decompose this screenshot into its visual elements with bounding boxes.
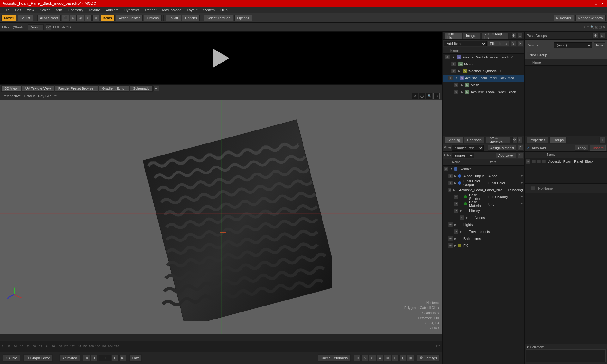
transport-icon-4[interactable]: ◉	[377, 355, 383, 361]
options2-button[interactable]: Options	[182, 15, 200, 21]
vis-icon-eye-3[interactable]: 👁	[451, 69, 456, 73]
shading-f-icon[interactable]: F	[518, 145, 523, 151]
shading-item-bake-items[interactable]: 👁 ▶ Bake Items	[443, 235, 524, 242]
vp-icon-3[interactable]: 🔍	[426, 93, 432, 99]
step-forward-button[interactable]: ⏵	[112, 355, 119, 361]
shading-item-fx[interactable]: 👁 ▶ FX	[443, 242, 524, 249]
transport-icon-1[interactable]: ◁	[354, 355, 361, 361]
minimize-button[interactable]: —	[587, 1, 592, 6]
paused-button[interactable]: Paused	[28, 24, 44, 30]
transport-icon-2[interactable]: ▷	[361, 355, 368, 361]
shading-item-alpha[interactable]: 👁 ▶ Alpha Output Alpha ▼	[443, 173, 524, 179]
item-list-f-icon[interactable]: F	[518, 41, 523, 46]
tree-item-mesh1[interactable]: 👁 M Mesh	[443, 61, 524, 68]
toolbar-icon-5[interactable]: ⊞	[92, 15, 99, 21]
pass-groups-tree[interactable]	[525, 66, 607, 136]
rewind-button[interactable]: ⏮	[83, 355, 90, 361]
shading-item-lights[interactable]: 👁 ▶ Lights	[443, 221, 524, 228]
shading-item-acoustic-mat[interactable]: 👁 ▶ Acoustic_Foam_Panel_Blac Full Shadin…	[443, 186, 524, 193]
viewport-icon-3[interactable]: 🔍	[590, 25, 594, 29]
transport-icon-7[interactable]: ◧	[399, 355, 406, 361]
shader-tree-dropdown[interactable]: Shader Tree	[452, 145, 484, 151]
menu-edit[interactable]: Edit	[13, 8, 24, 13]
lut-icon[interactable]: LUT	[46, 24, 51, 30]
vis-icon-environments[interactable]: 👁	[454, 229, 458, 234]
toolbar-icon-1[interactable]: ⬛	[62, 15, 69, 21]
menu-file[interactable]: File	[1, 8, 12, 13]
model-button[interactable]: Model	[1, 15, 16, 21]
shading-item-render[interactable]: 👁 ▼ Render	[443, 166, 524, 173]
group-item-acoustic[interactable]: 👁 Acoustic_Foam_Panel_Black	[525, 158, 607, 165]
tab-schematic[interactable]: Schematic	[130, 85, 153, 92]
shading-s-icon[interactable]: S	[518, 153, 523, 158]
tree-item-acoustic-foam-black[interactable]: 👁 ▶ M Acoustic_Foam_Panel_Black ⊞	[443, 88, 524, 95]
tab-properties[interactable]: Properties	[527, 137, 548, 143]
shading-item-final-color[interactable]: 👁 ▶ Final Color Output Final Color ▼	[443, 179, 524, 186]
filter-items-button[interactable]: Filter Items	[488, 41, 509, 46]
vp-icon-1[interactable]: ⚙	[412, 93, 418, 99]
tab-uv-texture[interactable]: UV Texture View	[22, 85, 54, 92]
play-button[interactable]: Play	[129, 354, 142, 362]
menu-animate[interactable]: Animate	[103, 8, 121, 13]
viewport-icon-4[interactable]: ◱	[595, 25, 598, 29]
maximize-button[interactable]: □	[594, 1, 598, 6]
transport-icon-5[interactable]: ⊞	[384, 355, 391, 361]
viewport-icon-2[interactable]: ⊞	[587, 25, 589, 29]
vis-icon-eye-4[interactable]: 👁	[448, 76, 453, 80]
vis-icon-bake-items[interactable]: 👁	[448, 236, 453, 241]
menu-texture[interactable]: Texture	[86, 8, 103, 13]
groups-tree[interactable]: 👁 Acoustic_Foam_Panel_Black	[525, 158, 607, 183]
vis-icon-library[interactable]: 👁	[454, 209, 458, 213]
item-list-expand-icon[interactable]: □	[518, 33, 523, 39]
viewport-icon-1[interactable]: ⚙	[583, 25, 586, 29]
menu-geometry[interactable]: Geometry	[65, 8, 85, 13]
vis-icon-base-shader[interactable]: 👁	[454, 195, 458, 199]
shading-item-environments[interactable]: 👁 ▶ Environments	[443, 228, 524, 235]
no-name-cb[interactable]	[531, 186, 535, 190]
new-button[interactable]: New	[594, 42, 605, 48]
pass-groups-settings-icon[interactable]: ⚙	[592, 33, 598, 39]
vis-icon-eye-2[interactable]: 👁	[451, 62, 456, 66]
shading-settings-icon[interactable]: ⚙	[512, 137, 517, 143]
transport-icon-6[interactable]: ⊟	[392, 355, 399, 361]
assign-material-button[interactable]: Assign Material	[488, 145, 516, 151]
audio-button[interactable]: ♪ Audio	[3, 354, 20, 362]
tree-item-scene[interactable]: 👁 ▼ S Weather_Symbols_modo_base.lxo*	[443, 54, 524, 61]
tab-groups[interactable]: Groups	[549, 137, 567, 143]
vis-icon-base-material[interactable]: 👁	[454, 202, 458, 206]
render-button[interactable]: ▶ Render	[554, 15, 574, 21]
viewport-icon-5[interactable]: ◰	[599, 25, 602, 29]
frame-input[interactable]	[98, 355, 111, 361]
vp-icon-4[interactable]: ⊙	[433, 93, 440, 99]
menu-select[interactable]: Select	[37, 8, 52, 13]
shading-tree[interactable]: 👁 ▼ Render 👁 ▶ Alpha Output Alpha	[443, 166, 524, 364]
options1-button[interactable]: Options	[144, 15, 162, 21]
menu-maxtomodo[interactable]: MaxToModo	[160, 8, 184, 13]
step-back-button[interactable]: ⏴	[91, 355, 98, 361]
auto-add-checkbox[interactable]: ✓	[526, 146, 530, 150]
tab-3d-view[interactable]: 3D View	[1, 85, 21, 92]
animated-button[interactable]: Animated	[59, 354, 80, 362]
tree-item-mesh2[interactable]: 👁 ▶ M Mesh	[443, 82, 524, 88]
menu-dynamics[interactable]: Dynamics	[122, 8, 142, 13]
sculpt-button[interactable]: Sculpt	[18, 15, 33, 21]
action-center-button[interactable]: Action Center	[116, 15, 143, 21]
tab-item-list[interactable]: Item List	[445, 33, 462, 39]
tab-info-statistics[interactable]: Info & Statistics	[486, 137, 510, 143]
play-preview-button[interactable]	[212, 49, 231, 68]
tab-render-preset[interactable]: Render Preset Browser	[55, 85, 98, 92]
timeline-track[interactable]: 0 12 24 36 48 60 72 84 96 108 120 132 14…	[0, 341, 442, 352]
shading-item-base-material[interactable]: 👁 ▶ Base Material (all) ▼	[443, 200, 524, 207]
cache-deformers-button[interactable]: Cache Deformers	[318, 354, 351, 362]
viewport-icon-6[interactable]: ⊙	[603, 25, 605, 29]
vis-icon-group[interactable]: 👁	[526, 159, 530, 164]
discard-button[interactable]: Discard	[590, 145, 606, 151]
item-list-s-icon[interactable]: S	[511, 41, 516, 46]
vis-icon-acoustic-mat[interactable]: 👁	[448, 188, 451, 192]
tab-channels[interactable]: Channels	[464, 137, 484, 143]
vis-icon-nodes[interactable]: 👁	[460, 215, 464, 220]
props-expand-icon[interactable]: +	[599, 137, 605, 143]
new-group-button[interactable]: New Group	[527, 52, 550, 58]
vis-icon-eye-6[interactable]: 👁	[454, 90, 458, 94]
menu-item[interactable]: Item	[53, 8, 64, 13]
